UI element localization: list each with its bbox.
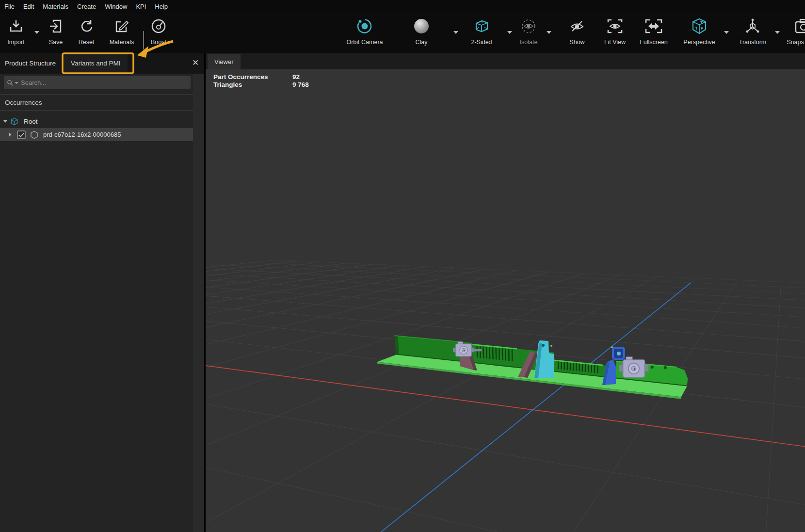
tree-row-root[interactable]: Root (0, 115, 193, 128)
menu-file[interactable]: File (0, 3, 19, 10)
root-node-label: Root (24, 118, 38, 125)
expand-caret-down-icon[interactable] (3, 119, 8, 124)
stat-value: 92 (292, 73, 300, 81)
tab-variants-and-pmi[interactable]: Variants and PMI (64, 53, 128, 74)
stat-label: Part Occurrences (213, 73, 292, 81)
menu-help[interactable]: Help (150, 3, 172, 10)
menu-materials[interactable]: Materials (38, 3, 73, 10)
toolbar-button-snapshot[interactable]: Snaps (775, 16, 805, 46)
snapshot-icon (775, 16, 805, 36)
menu-bar: File Edit Materials Create Window KPI He… (0, 0, 805, 13)
3d-viewport[interactable]: Part Occurrences92 Triangles9 768 (206, 69, 805, 532)
perspective-icon (671, 16, 727, 36)
search-input[interactable]: Search... (4, 76, 191, 89)
boost-icon (130, 16, 187, 36)
product-structure-panel: Product Structure Variants and PMI ✕ Sea… (0, 53, 204, 532)
part-node-label: prd-c67o12-16x2-00000685 (43, 131, 121, 138)
panel-tab-bar: Product Structure Variants and PMI ✕ (0, 53, 204, 74)
occurrences-header: Occurrences (0, 94, 193, 111)
toolbar-button-orbit[interactable]: Orbit Camera (337, 16, 393, 46)
part-hexagon-icon (30, 130, 38, 139)
toolbar-separator (143, 31, 144, 49)
root-node-icon (10, 117, 18, 126)
menu-window[interactable]: Window (100, 3, 131, 10)
toolbar-button-clay[interactable]: Clay (393, 16, 450, 46)
occurrences-label: Occurrences (5, 99, 42, 106)
menu-edit[interactable]: Edit (19, 3, 38, 10)
viewer-tab-bar: Viewer (206, 53, 805, 69)
3d-scene (206, 69, 805, 532)
viewport-stats: Part Occurrences92 Triangles9 768 (213, 73, 309, 89)
toolbar-button-perspective[interactable]: Perspective (671, 16, 727, 46)
search-filter-caret-icon[interactable] (14, 81, 19, 85)
tree-row-part[interactable]: prd-c67o12-16x2-00000685 (0, 128, 193, 141)
application-window: File Edit Materials Create Window KPI He… (0, 0, 805, 532)
orbit-icon (337, 16, 393, 36)
clay-icon (393, 16, 450, 36)
toolbar: ImportSaveResetMaterialsBoostOrbit Camer… (0, 13, 805, 53)
panel-scrollbar-lane[interactable] (193, 74, 204, 532)
visibility-checkbox[interactable] (17, 130, 26, 139)
stat-label: Triangles (213, 81, 292, 89)
tab-viewer[interactable]: Viewer (208, 54, 241, 69)
search-icon (7, 80, 13, 86)
search-placeholder: Search... (21, 79, 46, 86)
transform-icon (724, 16, 781, 36)
menu-create[interactable]: Create (73, 3, 100, 10)
expand-caret-right-icon[interactable] (8, 132, 12, 137)
toolbar-button-boost[interactable]: Boost (130, 16, 187, 46)
close-icon[interactable]: ✕ (191, 58, 200, 68)
stat-value: 9 768 (292, 81, 309, 89)
tab-product-structure[interactable]: Product Structure (0, 53, 62, 74)
menu-kpi[interactable]: KPI (131, 3, 150, 10)
